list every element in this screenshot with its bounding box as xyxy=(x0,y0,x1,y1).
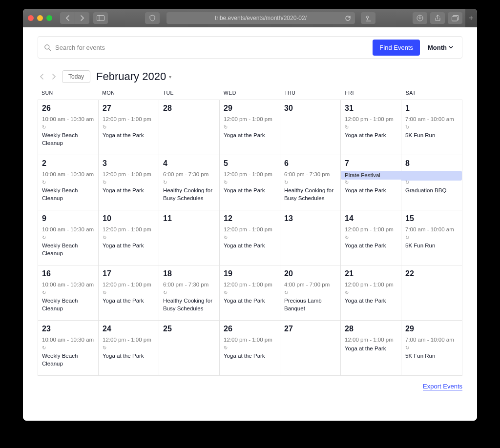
reader-button[interactable] xyxy=(361,12,375,24)
find-events-button[interactable]: Find Events xyxy=(373,40,420,56)
calendar-cell[interactable]: 46:00 pm - 7:30 pm↻Healthy Cooking for B… xyxy=(159,155,220,210)
calendar-event[interactable]: 12:00 pm - 1:00 pm↻Yoga at the Park xyxy=(224,336,276,360)
calendar-event[interactable]: 12:00 pm - 1:00 pm↻Yoga at the Park xyxy=(224,116,276,140)
recurring-icon: ↻ xyxy=(103,345,106,350)
forward-button[interactable] xyxy=(75,12,89,24)
calendar-event[interactable]: 12:00 pm - 1:00 pm↻Yoga at the Park xyxy=(103,171,155,195)
calendar-event[interactable]: 10:00 am - 10:30 am↻Weekly Beach Cleanup xyxy=(42,116,94,147)
calendar-event[interactable]: 7:00 am - 10:00 am↻5K Fun Run xyxy=(405,226,458,250)
privacy-report-button[interactable] xyxy=(145,12,160,24)
event-time: 12:00 pm - 1:00 pm xyxy=(103,336,155,344)
calendar-cell[interactable]: 7Pirate Festival12:00 pm - 1:00 pm↻Yoga … xyxy=(341,155,401,210)
downloads-button[interactable] xyxy=(413,12,427,24)
calendar-event[interactable]: 10:00 am - 10:30 am↻Weekly Beach Cleanup xyxy=(42,171,94,202)
event-title: Yoga at the Park xyxy=(345,242,397,250)
calendar-event[interactable]: 6:00 pm - 7:30 pm↻Healthy Cooking for Bu… xyxy=(163,171,215,202)
calendar-event[interactable]: 12:00 pm - 1:00 pm↻Yoga at the Park xyxy=(345,281,397,305)
calendar-cell[interactable]: 17:00 am - 10:00 am↻5K Fun Run xyxy=(401,100,462,155)
multi-day-event[interactable]: Pirate Festival xyxy=(341,171,461,180)
calendar-event[interactable]: 12:00 pm - 1:00 pm↻Yoga at the Park xyxy=(103,336,155,360)
back-button[interactable] xyxy=(60,12,75,24)
month-picker[interactable]: February 2020 ▾ xyxy=(96,70,171,83)
next-month-button[interactable] xyxy=(50,72,58,81)
recurring-icon: ↻ xyxy=(345,235,349,240)
calendar-cell[interactable]: 204:00 pm - 7:00 pm↻Precious Lamb Banque… xyxy=(280,265,341,321)
calendar-cell[interactable]: 3112:00 pm - 1:00 pm↻Yoga at the Park xyxy=(341,100,401,155)
calendar-cell[interactable]: 2912:00 pm - 1:00 pm↻Yoga at the Park xyxy=(220,100,280,155)
titlebar: tribe.events/events/month/2020-02/ + xyxy=(23,9,477,27)
reload-button[interactable] xyxy=(345,15,351,21)
calendar-event[interactable]: 4:00 pm - 7:00 pm↻Precious Lamb Banquet xyxy=(284,281,336,312)
day-number: 29 xyxy=(405,325,458,333)
address-bar[interactable]: tribe.events/events/month/2020-02/ xyxy=(167,12,355,24)
calendar-cell[interactable]: 1712:00 pm - 1:00 pm↻Yoga at the Park xyxy=(99,265,159,321)
calendar-cell[interactable]: 66:00 pm - 7:30 pm↻Healthy Cooking for B… xyxy=(280,155,341,210)
minimize-window-button[interactable] xyxy=(37,15,43,21)
calendar-cell[interactable]: 1412:00 pm - 1:00 pm↻Yoga at the Park xyxy=(341,210,401,265)
calendar-cell[interactable]: 2712:00 pm - 1:00 pm↻Yoga at the Park xyxy=(99,100,159,155)
event-title: Yoga at the Park xyxy=(224,297,276,305)
calendar-event[interactable]: 12:00 pm - 1:00 pm↻Yoga at the Park xyxy=(345,226,397,250)
calendar-event[interactable]: 12:00 pm - 1:00 pm↻Yoga at the Park xyxy=(224,281,276,305)
tabs-button[interactable] xyxy=(448,12,462,24)
calendar-cell[interactable]: 2112:00 pm - 1:00 pm↻Yoga at the Park xyxy=(341,265,401,321)
prev-month-button[interactable] xyxy=(38,72,46,81)
calendar-cell[interactable]: 22 xyxy=(401,265,462,321)
calendar-event[interactable]: 12:00 pm - 1:00 pm↻Yoga at the Park xyxy=(103,116,155,140)
calendar-cell[interactable]: 2812:00 pm - 1:00 pmYoga at the Park xyxy=(341,321,401,375)
svg-rect-0 xyxy=(97,16,104,21)
calendar-cell[interactable]: 512:00 pm - 1:00 pm↻Yoga at the Park xyxy=(220,155,280,210)
view-selector[interactable]: Month xyxy=(425,44,456,51)
calendar-event[interactable]: 12:00 pm - 1:00 pm↻Yoga at the Park xyxy=(224,171,276,195)
event-time: 7:00 am - 10:00 am xyxy=(405,226,458,234)
event-time: 12:00 pm - 1:00 pm xyxy=(103,171,155,179)
calendar-cell[interactable]: 297:00 am - 10:00 am↻5K Fun Run xyxy=(401,321,462,375)
event-title: Weekly Beach Cleanup xyxy=(42,242,94,257)
calendar-event[interactable]: 10:00 am - 10:30 am↻Weekly Beach Cleanup xyxy=(42,281,94,312)
calendar-event[interactable]: 6:00 pm - 7:30 pm↻Healthy Cooking for Bu… xyxy=(284,171,336,202)
calendar-event[interactable]: 12:00 pm - 1:00 pm↻Yoga at the Park xyxy=(224,226,276,250)
event-title: Healthy Cooking for Busy Schedules xyxy=(284,187,336,202)
close-window-button[interactable] xyxy=(28,15,34,21)
calendar-event[interactable]: 10:00 am - 10:30 am↻Weekly Beach Cleanup xyxy=(42,336,94,367)
calendar-cell[interactable]: 2610:00 am - 10:30 am↻Weekly Beach Clean… xyxy=(38,100,99,155)
new-tab-button[interactable]: + xyxy=(465,9,477,27)
calendar-cell[interactable]: 30 xyxy=(280,100,341,155)
calendar-event[interactable]: 7:00 am - 10:00 am↻5K Fun Run xyxy=(405,336,458,360)
page-content: Find Events Month Today February 2020 ▾ … xyxy=(23,27,477,421)
export-events-link[interactable]: Export Events xyxy=(423,383,462,390)
sidebar-toggle-button[interactable] xyxy=(93,12,108,24)
calendar-cell[interactable]: 1912:00 pm - 1:00 pm↻Yoga at the Park xyxy=(220,265,280,321)
calendar-cell[interactable]: 186:00 pm - 7:30 pm↻Healthy Cooking for … xyxy=(159,265,220,321)
calendar-cell[interactable]: 2412:00 pm - 1:00 pm↻Yoga at the Park xyxy=(99,321,159,375)
day-number: 9 xyxy=(42,214,94,223)
calendar-cell[interactable]: 2310:00 am - 10:30 am↻Weekly Beach Clean… xyxy=(38,321,99,375)
calendar-cell[interactable]: 2612:00 pm - 1:00 pm↻Yoga at the Park xyxy=(220,321,280,375)
calendar-cell[interactable]: 1610:00 am - 10:30 am↻Weekly Beach Clean… xyxy=(38,265,99,321)
calendar-cell[interactable]: 157:00 am - 10:00 am↻5K Fun Run xyxy=(401,210,462,265)
calendar-event[interactable]: 12:00 pm - 1:00 pm↻Yoga at the Park xyxy=(103,226,155,250)
share-button[interactable] xyxy=(430,12,445,24)
calendar-event[interactable]: 10:00 am - 10:30 am↻Weekly Beach Cleanup xyxy=(42,226,94,257)
search-input[interactable] xyxy=(55,44,368,51)
calendar-event[interactable]: 12:00 pm - 1:00 pmYoga at the Park xyxy=(345,336,397,352)
zoom-window-button[interactable] xyxy=(46,15,52,21)
calendar-cell[interactable]: 88:00 am - 5:00 pm↻Graduation BBQ xyxy=(401,155,462,210)
calendar-event[interactable]: 12:00 pm - 1:00 pm↻Yoga at the Park xyxy=(345,116,397,140)
calendar-cell[interactable]: 28 xyxy=(159,100,220,155)
calendar-cell[interactable]: 13 xyxy=(280,210,341,265)
calendar-cell[interactable]: 11 xyxy=(159,210,220,265)
view-label: Month xyxy=(428,44,447,51)
calendar-event[interactable]: 6:00 pm - 7:30 pm↻Healthy Cooking for Bu… xyxy=(163,281,215,312)
calendar-cell[interactable]: 1212:00 pm - 1:00 pm↻Yoga at the Park xyxy=(220,210,280,265)
calendar-event[interactable]: 12:00 pm - 1:00 pm↻Yoga at the Park xyxy=(103,281,155,305)
calendar-cell[interactable]: 1012:00 pm - 1:00 pm↻Yoga at the Park xyxy=(99,210,159,265)
today-button[interactable]: Today xyxy=(62,70,90,83)
calendar-cell[interactable]: 25 xyxy=(159,321,220,375)
calendar-cell[interactable]: 312:00 pm - 1:00 pm↻Yoga at the Park xyxy=(99,155,159,210)
calendar-event[interactable]: 7:00 am - 10:00 am↻5K Fun Run xyxy=(405,116,458,140)
calendar-cell[interactable]: 210:00 am - 10:30 am↻Weekly Beach Cleanu… xyxy=(38,155,99,210)
calendar-cell[interactable]: 910:00 am - 10:30 am↻Weekly Beach Cleanu… xyxy=(38,210,99,265)
reload-icon xyxy=(345,15,351,21)
calendar-cell[interactable]: 27 xyxy=(280,321,341,375)
